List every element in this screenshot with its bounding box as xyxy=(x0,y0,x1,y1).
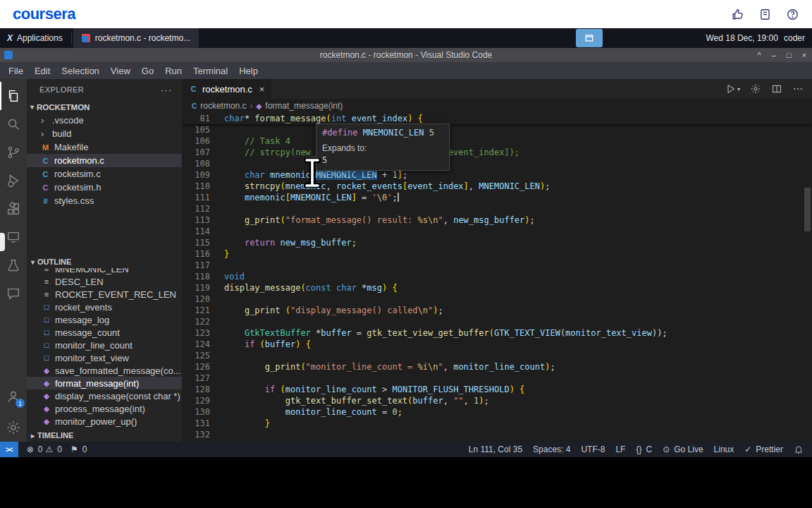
menu-terminal[interactable]: Terminal xyxy=(187,66,233,76)
code-line[interactable]: 127 xyxy=(182,373,812,384)
ports-indicator[interactable]: ⚑ 0 xyxy=(70,445,87,454)
panel-grip[interactable] xyxy=(0,233,5,251)
code-line[interactable]: 128 if (monitor_line_count > MONITOR_FLU… xyxy=(182,384,812,395)
extensions-icon[interactable] xyxy=(0,195,27,223)
hand-icon[interactable] xyxy=(731,8,744,21)
code-line[interactable]: 130 monitor_line_count = 0; xyxy=(182,406,812,418)
project-root[interactable]: ▾ ROCKETMON xyxy=(27,100,182,114)
code-line[interactable]: 129 gtk_text_buffer_set_text(buffer, "",… xyxy=(182,395,812,406)
source-control-icon[interactable] xyxy=(0,138,27,167)
outline-item[interactable]: □message_count xyxy=(27,326,182,339)
code-line[interactable]: 114 xyxy=(182,226,812,237)
indentation[interactable]: Spaces: 4 xyxy=(533,445,570,454)
code-line[interactable]: 123 GtkTextBuffer *buffer = gtk_text_vie… xyxy=(182,327,812,339)
code-line[interactable]: 105 xyxy=(182,124,812,135)
outline-item[interactable]: ◆format_message(int) xyxy=(27,377,182,389)
encoding[interactable]: UTF-8 xyxy=(581,445,605,454)
outline-item[interactable]: □monitor_text_view xyxy=(27,351,182,364)
outline-item[interactable]: ≡ROCKET_EVENT_REC_LEN xyxy=(27,288,182,301)
file-build[interactable]: ›build xyxy=(27,127,182,140)
panel-window-button[interactable] xyxy=(576,29,603,47)
code-line[interactable]: 108 xyxy=(182,158,812,169)
clock[interactable]: Wed 18 Dec, 19:00 coder xyxy=(706,33,812,43)
code-line[interactable]: 125 xyxy=(182,350,812,361)
tab-rocketmon-c[interactable]: C rocketmon.c × xyxy=(182,79,271,99)
accounts-icon[interactable]: 1 xyxy=(0,382,27,411)
run-and-debug-icon[interactable] xyxy=(0,167,27,195)
menu-file[interactable]: File xyxy=(3,66,29,76)
code-line[interactable]: 117 xyxy=(182,260,812,271)
window-task-button[interactable]: rocketmon.c - rocketmo... xyxy=(73,28,199,48)
go-live-button[interactable]: ⊙ Go Live xyxy=(663,445,703,454)
settings-gear-icon[interactable] xyxy=(750,83,761,95)
close-icon[interactable]: × xyxy=(802,51,806,59)
outline-item[interactable]: ≡DESC_LEN xyxy=(27,275,182,288)
split-editor-button[interactable] xyxy=(771,83,782,95)
tab-close-icon[interactable]: × xyxy=(259,84,265,95)
file-rocketsim-h[interactable]: Crocketsim.h xyxy=(27,181,182,194)
file--vscode[interactable]: ›.vscode xyxy=(27,114,182,127)
code-line[interactable]: 113 g_print("format_message() result: %s… xyxy=(182,214,812,226)
menu-edit[interactable]: Edit xyxy=(29,66,56,76)
file-rocketmon-c[interactable]: Crocketmon.c xyxy=(27,154,182,167)
applications-menu[interactable]: X Applications xyxy=(0,28,70,48)
outline-item[interactable]: ◆monitor_power_up() xyxy=(27,415,182,428)
manage-gear-icon[interactable] xyxy=(0,413,27,442)
outline-item[interactable]: □rocket_events xyxy=(27,301,182,313)
editor-more-actions[interactable] xyxy=(792,83,804,95)
code-line[interactable]: 110 strncpy(mnemonic, rocket_events[even… xyxy=(182,181,812,192)
menu-go[interactable]: Go xyxy=(136,66,159,76)
code-line[interactable]: 131 } xyxy=(182,418,812,429)
explorer-actions-icon[interactable]: ··· xyxy=(161,85,172,95)
menu-view[interactable]: View xyxy=(105,66,136,76)
breadcrumb-item[interactable]: rocketmon.c xyxy=(200,101,246,111)
editor-scrollbar[interactable] xyxy=(804,188,811,231)
remote-indicator[interactable]: >< xyxy=(0,442,18,457)
outline-item[interactable]: ≡MNEMONIC_LEN xyxy=(27,268,182,275)
chevron-up-icon[interactable]: ^ xyxy=(758,51,761,59)
code-line[interactable]: 126 g_print("monitor_line_count = %i\n",… xyxy=(182,361,812,373)
reader-icon[interactable] xyxy=(758,8,772,21)
outline-item[interactable]: ◆save_formatted_message(co... xyxy=(27,364,182,377)
file-makefile[interactable]: MMakefile xyxy=(27,140,182,154)
language-mode[interactable]: {} C xyxy=(636,445,652,454)
outline-item[interactable]: ◆process_message(int) xyxy=(27,402,182,415)
code-line[interactable]: 107 // strcpy(new_msg_buffer, rocket_eve… xyxy=(182,147,812,158)
code-line[interactable]: 120 xyxy=(182,294,812,305)
minimize-icon[interactable]: – xyxy=(772,51,776,59)
os-indicator[interactable]: Linux xyxy=(714,445,734,454)
testing-icon[interactable] xyxy=(0,251,27,279)
problems-indicator[interactable]: ⊗ 0 ⚠ 0 xyxy=(27,445,62,454)
cursor-position[interactable]: Ln 111, Col 35 xyxy=(469,445,522,454)
breadcrumb-item[interactable]: format_message(int) xyxy=(265,101,343,111)
formatter-indicator[interactable]: ✓ Prettier xyxy=(744,445,783,454)
explorer-icon[interactable] xyxy=(0,82,27,110)
notifications-bell[interactable] xyxy=(794,445,804,454)
code-line[interactable]: 112 xyxy=(182,203,812,214)
search-icon[interactable] xyxy=(0,110,27,138)
maximize-icon[interactable]: □ xyxy=(787,51,792,59)
code-line[interactable]: 115 return new_msg_buffer; xyxy=(182,237,812,248)
comments-icon[interactable] xyxy=(0,279,27,308)
code-line[interactable]: 122 xyxy=(182,316,812,327)
sticky-scroll-line[interactable]: 81 char* format_message(int event_index)… xyxy=(182,113,812,124)
outline-section-header[interactable]: ▾ OUTLINE xyxy=(27,255,182,268)
code-line[interactable]: 119display_message(const char *msg) { xyxy=(182,282,812,294)
run-c-file-button[interactable]: ▾ xyxy=(725,83,740,95)
menu-selection[interactable]: Selection xyxy=(56,66,104,76)
file-rocketsim-c[interactable]: Crocketsim.c xyxy=(27,167,182,181)
timeline-section-header[interactable]: ▸ TIMELINE xyxy=(27,429,182,442)
code-line[interactable]: 124 if (buffer) { xyxy=(182,339,812,350)
menu-run[interactable]: Run xyxy=(159,66,187,76)
help-icon[interactable] xyxy=(786,8,799,21)
file-styles-css[interactable]: #styles.css xyxy=(27,194,182,207)
menu-help[interactable]: Help xyxy=(233,66,264,76)
code-line[interactable]: 111 mnemonic[MNEMONIC_LEN] = '\0'; xyxy=(182,192,812,203)
code-line[interactable]: 106 // Task 4 xyxy=(182,135,812,147)
outline-item[interactable]: □monitor_line_count xyxy=(27,339,182,351)
eol-indicator[interactable]: LF xyxy=(615,445,625,454)
outline-item[interactable]: □message_log xyxy=(27,313,182,326)
outline-item[interactable]: ◆display_message(const char *) xyxy=(27,389,182,402)
code-line[interactable]: 116} xyxy=(182,248,812,260)
code-line[interactable]: 109 char mnemonic[MNEMONIC_LEN + 1]; xyxy=(182,169,812,181)
